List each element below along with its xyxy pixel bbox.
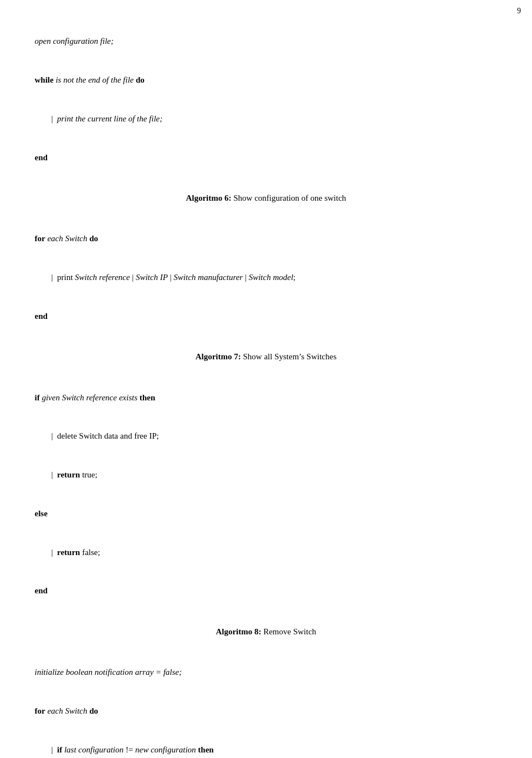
algo6-line4: end [22, 138, 510, 177]
algo7-line3: end [22, 297, 510, 336]
algo7-line1: for each Switch do [22, 220, 510, 258]
algo8-line6: end [22, 572, 510, 611]
algo9-line1: initialize boolean notification array = … [22, 653, 510, 692]
algo7-line2: | print Switch reference | Switch IP | S… [22, 258, 510, 297]
algo9-line3: | if last configuration != new configura… [22, 730, 510, 758]
algorithm-6-block: open configuration file; while is not th… [22, 22, 510, 203]
algo8-line4: else [22, 495, 510, 533]
algo8-line3: | return true; [22, 456, 510, 495]
algo8-line5: | return false; [22, 533, 510, 572]
algo6-line3: | print the current line of the file; [22, 100, 510, 139]
algorithm-9-block: initialize boolean notification array = … [22, 653, 510, 758]
algo6-line2: while is not the end of the file do [22, 61, 510, 100]
algo8-line1: if given Switch reference exists then [22, 378, 510, 417]
algo9-line2: for each Switch do [22, 692, 510, 731]
algo6-line1: open configuration file; [22, 22, 510, 61]
algo7-caption: Algoritmo 7: Show all System’s Switches [22, 352, 510, 362]
algo8-caption: Algoritmo 8: Remove Switch [22, 627, 510, 637]
algorithm-8-block: if given Switch reference exists then | … [22, 378, 510, 637]
page-number: 9 [517, 7, 521, 16]
algorithm-7-block: for each Switch do | print Switch refere… [22, 220, 510, 362]
algo8-line2: | delete Switch data and free IP; [22, 417, 510, 456]
algo6-caption: Algoritmo 6: Show configuration of one s… [22, 194, 510, 203]
